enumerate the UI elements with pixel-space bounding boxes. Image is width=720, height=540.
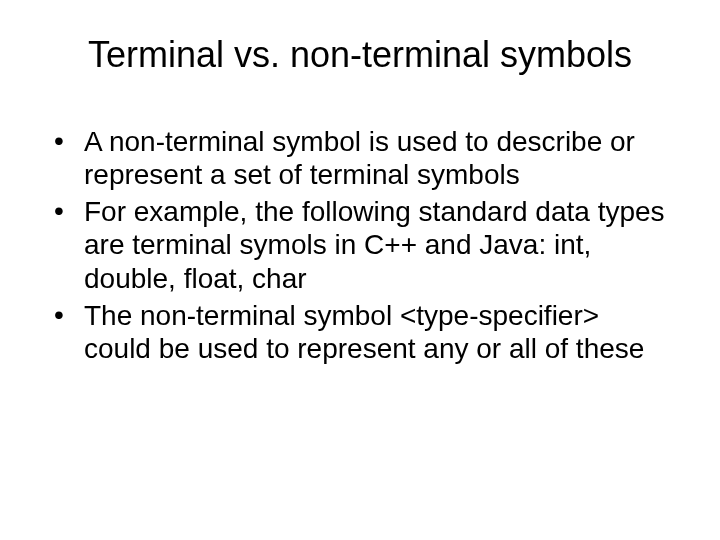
list-item: The non-terminal symbol <type-specifier>… <box>48 299 672 365</box>
slide: Terminal vs. non-terminal symbols A non-… <box>0 0 720 540</box>
list-item: For example, the following standard data… <box>48 195 672 294</box>
bullet-list: A non-terminal symbol is used to describ… <box>48 125 672 364</box>
list-item: A non-terminal symbol is used to describ… <box>48 125 672 191</box>
slide-title: Terminal vs. non-terminal symbols <box>48 34 672 75</box>
slide-body: A non-terminal symbol is used to describ… <box>48 125 672 364</box>
